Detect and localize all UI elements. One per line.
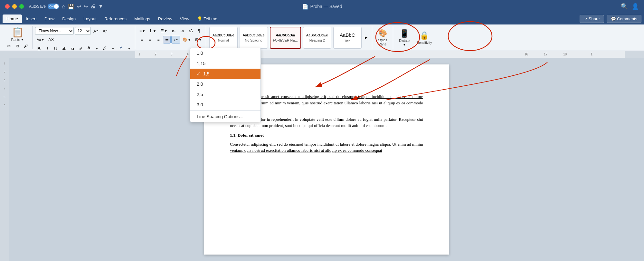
sort-button[interactable]: ↕A — [187, 27, 194, 35]
font-color-button[interactable]: A — [85, 44, 92, 51]
shading-button[interactable]: 🎨▼ — [181, 36, 193, 44]
font-name-selector[interactable]: Times New... — [35, 27, 74, 35]
case-toggle-icon[interactable]: Aa▼ — [35, 36, 46, 44]
copy-icon[interactable]: ⧉ — [14, 42, 21, 50]
toggle-on-label: ON — [49, 5, 54, 8]
redo-icon[interactable]: ↪ — [84, 4, 88, 10]
heading1-style-name: FOREVER HE... — [273, 38, 298, 42]
autosave-toggle[interactable]: ON — [48, 4, 59, 9]
style-title-card[interactable]: AaBbC Title — [333, 27, 362, 49]
superscript-button[interactable]: x² — [77, 45, 85, 51]
numbering-button[interactable]: 1.▼ — [148, 27, 158, 35]
spacing-options[interactable]: Line Spacing Options... — [190, 111, 260, 122]
style-heading1-card[interactable]: AaBbCcDdI FOREVER HE... — [270, 27, 301, 49]
menu-tell-me[interactable]: 💡 Tell me — [193, 14, 221, 23]
sensitivity-button[interactable]: 🔒 Sensitivity — [414, 30, 434, 46]
menu-view[interactable]: View — [176, 15, 193, 23]
menu-review[interactable]: Review — [154, 15, 176, 23]
margin-num-2: 2 — [4, 70, 5, 73]
increase-indent-button[interactable]: ⇥ — [178, 27, 186, 35]
borders-button[interactable]: ⊞▼ — [194, 36, 204, 44]
toolbar: 📋 Paste ▼ ✂ ⧉ 🖌 Times New... 12 A⁺ A⁻ — [0, 24, 644, 51]
ruler-left-margin — [0, 51, 135, 58]
autosave-label: AutoSave — [29, 4, 46, 9]
menu-insert[interactable]: Insert — [22, 15, 41, 23]
decrease-indent-button[interactable]: ⇤ — [170, 27, 178, 35]
multilevel-list-button[interactable]: ☰▼ — [159, 27, 169, 35]
more-styles-button[interactable]: ▶ — [364, 35, 369, 40]
print-icon[interactable]: 🖨 — [90, 4, 96, 9]
line-spacing-button[interactable]: ↕ ▼ — [171, 36, 180, 44]
show-formatting-button[interactable]: ¶ — [195, 27, 203, 35]
title-style-preview: AaBbC — [340, 32, 355, 38]
chevron-right-icon: ▶ — [365, 35, 367, 40]
line-spacing-icon: ↕ — [173, 37, 175, 42]
undo-icon[interactable]: ↩ — [77, 4, 81, 10]
dictate-button[interactable]: 📱 Dictate ▼ — [396, 28, 412, 48]
style-no-spacing-card[interactable]: AaBbCcDdEe No Spacing — [240, 27, 268, 49]
spacing-1-5-selected[interactable]: ✓ 1,5 — [190, 69, 260, 79]
spacing-1-0[interactable]: 1,0 — [190, 48, 260, 58]
menu-design[interactable]: Design — [58, 15, 80, 23]
normal-style-name: Normal — [218, 38, 229, 42]
ruler: 1 2 3 4 5 16 17 18 1 — [0, 51, 644, 58]
menu-draw[interactable]: Draw — [41, 15, 59, 23]
style-heading2-card[interactable]: AaBbCcDdEe Heading 2 — [303, 27, 331, 49]
style-normal-card[interactable]: AaBbCcDdEe Normal — [209, 27, 238, 49]
search-icon[interactable]: 🔍 — [621, 3, 628, 10]
font-increase-icon[interactable]: A⁺ — [92, 27, 100, 35]
bullets-button[interactable]: ≡▼ — [138, 27, 147, 35]
ruler-mark-17: 17 — [544, 53, 547, 56]
share-button[interactable]: ↗ Share — [580, 15, 604, 23]
align-left-button[interactable]: ≡ — [138, 36, 146, 44]
font-decrease-icon[interactable]: A⁻ — [101, 27, 109, 35]
maximize-button[interactable] — [19, 4, 24, 9]
document-subheading: 1.1. Dolor sit amet — [230, 133, 423, 138]
save-cloud-icon[interactable]: 💾 — [68, 4, 74, 10]
font-color-dropdown[interactable]: ▼ — [93, 45, 101, 51]
spacing-1-15[interactable]: 1,15 — [190, 58, 260, 69]
profile-icon[interactable]: 👤 — [632, 3, 639, 10]
menu-references[interactable]: References — [100, 15, 130, 23]
document-title: Proba — Saved — [310, 4, 342, 9]
format-painter-icon[interactable]: 🖌 — [22, 42, 30, 50]
spacing-2-0[interactable]: 2,0 — [190, 79, 260, 89]
minimize-button[interactable] — [12, 4, 17, 9]
spacing-3-0[interactable]: 3,0 — [190, 100, 260, 110]
ruler-mark-4: 4 — [187, 53, 189, 56]
spacing-2-5[interactable]: 2,5 — [190, 89, 260, 100]
word-icon: 📄 — [302, 4, 308, 10]
menu-mailings[interactable]: Mailings — [130, 15, 154, 23]
menu-home[interactable]: Home — [3, 15, 22, 23]
text-effect-button[interactable]: A — [118, 44, 125, 51]
line-spacing-dropdown: 1,0 1,15 ✓ 1,5 2,0 2,5 3,0 Line Spacing … — [190, 48, 261, 122]
bold-button[interactable]: B — [35, 45, 43, 51]
styles-pane-button[interactable]: 🎨 StylesPane — [375, 28, 390, 47]
highlight-color-button[interactable]: 🖊 — [101, 45, 109, 51]
align-center-button[interactable]: ≡ — [146, 36, 154, 44]
subscript-button[interactable]: x₂ — [69, 45, 76, 51]
home-icon[interactable]: ⌂ — [62, 3, 65, 10]
clear-formatting-icon[interactable]: A✕ — [47, 36, 56, 44]
text-effect-dropdown[interactable]: ▼ — [125, 45, 133, 51]
para3-underlined: Consectetur adipiscing elit, sed do eius… — [230, 142, 423, 153]
cut-icon[interactable]: ✂ — [5, 42, 13, 50]
customize-icon[interactable]: ▼ — [98, 4, 103, 9]
highlight-dropdown[interactable]: ▼ — [109, 45, 117, 51]
paste-label[interactable]: Paste — [11, 38, 20, 42]
strikethrough-button[interactable]: ab — [60, 45, 68, 51]
styles-pane-label: StylesPane — [378, 38, 387, 46]
document-paragraph-3[interactable]: Consectetur adipiscing elit, sed do eius… — [230, 141, 423, 154]
underline-button[interactable]: U — [52, 45, 60, 51]
comments-button[interactable]: 💬 Comments — [607, 15, 641, 23]
align-justify-button[interactable]: ☰ — [163, 36, 171, 44]
menu-layout[interactable]: Layout — [80, 15, 100, 23]
align-right-button[interactable]: ≡ — [155, 36, 162, 44]
paste-dropdown-arrow[interactable]: ▼ — [21, 38, 24, 41]
close-button[interactable] — [5, 4, 10, 9]
divider — [372, 26, 372, 49]
font-size-selector[interactable]: 12 — [75, 27, 91, 35]
dictate-dropdown[interactable]: ▼ — [403, 43, 406, 46]
italic-button[interactable]: I — [43, 45, 51, 51]
ruler-right-margin — [625, 51, 644, 58]
